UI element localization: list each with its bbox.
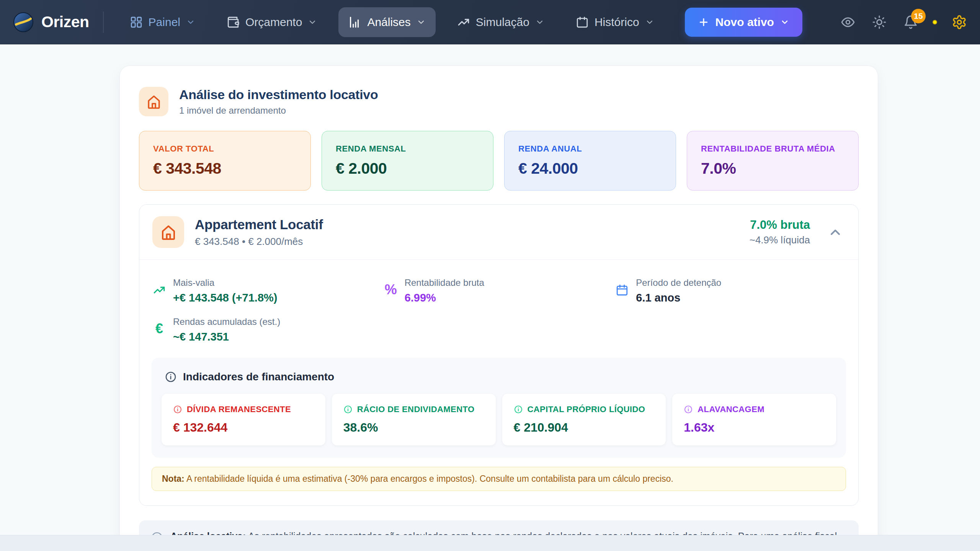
dashboard-icon bbox=[130, 16, 143, 29]
info-icon[interactable] bbox=[165, 371, 177, 383]
notifications-button[interactable]: 15 bbox=[903, 15, 918, 29]
stat-card-renda-anual: RENDA ANUAL € 24.000 bbox=[504, 131, 676, 191]
calendar-icon bbox=[576, 16, 589, 29]
gross-yield: 7.0% bruta bbox=[750, 218, 810, 232]
chevron-down-icon bbox=[308, 18, 317, 27]
top-navbar: Orizen Painel Orçamento bbox=[0, 0, 980, 44]
stat-label: RENTABILIDADE BRUTA MÉDIA bbox=[701, 144, 844, 154]
metric-value: ~€ 147.351 bbox=[173, 331, 280, 343]
metric-mais-valia: Mais-valia +€ 143.548 (+71.8%) bbox=[152, 277, 383, 304]
house-icon bbox=[139, 87, 168, 116]
stat-value: € 2.000 bbox=[336, 160, 479, 178]
financing-value: € 210.904 bbox=[514, 421, 655, 435]
primary-navigation: Painel Orçamento Análises bbox=[120, 7, 664, 37]
page-title: Análise do investimento locativo bbox=[179, 87, 378, 102]
financing-card-divida: DÍVIDA REMANESCENTE € 132.644 bbox=[162, 394, 325, 445]
percent-icon: % bbox=[383, 277, 399, 304]
settings-button[interactable] bbox=[952, 15, 967, 30]
new-asset-button[interactable]: Novo ativo bbox=[685, 8, 802, 37]
note-label: Nota: bbox=[162, 474, 185, 484]
metric-label: Rentabilidade bruta bbox=[405, 277, 484, 288]
brand-name: Orizen bbox=[41, 13, 89, 31]
chevron-up-icon bbox=[828, 225, 843, 240]
nav-item-simulacao[interactable]: Simulação bbox=[447, 7, 554, 37]
financing-value: 1.63x bbox=[684, 421, 825, 435]
info-icon[interactable] bbox=[514, 405, 523, 414]
property-card: Appartement Locatif € 343.548 • € 2.000/… bbox=[139, 204, 859, 506]
info-icon[interactable] bbox=[343, 405, 353, 414]
stat-label: VALOR TOTAL bbox=[153, 144, 297, 154]
financing-card-capital: CAPITAL PRÓPRIO LÍQUIDO € 210.904 bbox=[502, 394, 666, 445]
collapse-button[interactable] bbox=[825, 222, 845, 242]
financing-card-racio: RÁCIO DE ENDIVIDAMENTO 38.6% bbox=[332, 394, 496, 445]
nav-item-painel[interactable]: Painel bbox=[120, 7, 205, 37]
navbar-divider bbox=[103, 11, 104, 33]
net-yield: ~4.9% líquida bbox=[750, 234, 810, 246]
financing-title: Indicadores de financiamento bbox=[183, 371, 334, 383]
footer-strip bbox=[0, 535, 980, 551]
stat-label: RENDA MENSAL bbox=[336, 144, 479, 154]
stat-card-valor-total: VALOR TOTAL € 343.548 bbox=[139, 131, 311, 191]
plus-icon bbox=[698, 16, 709, 28]
stat-card-renda-mensal: RENDA MENSAL € 2.000 bbox=[322, 131, 493, 191]
stat-value: € 24.000 bbox=[518, 160, 662, 178]
info-icon[interactable] bbox=[173, 405, 182, 414]
financing-label: DÍVIDA REMANESCENTE bbox=[187, 404, 291, 414]
stat-value: 7.0% bbox=[701, 160, 844, 178]
nav-item-orcamento[interactable]: Orçamento bbox=[217, 7, 327, 37]
nav-item-analises[interactable]: Análises bbox=[338, 7, 435, 37]
nav-label: Painel bbox=[149, 16, 180, 29]
metric-rendas-acumuladas: € Rendas acumuladas (est.) ~€ 147.351 bbox=[152, 316, 383, 343]
financing-card-alavancagem: ALAVANCAGEM 1.63x bbox=[672, 394, 836, 445]
note-text: A rentabilidade líquida é uma estimativa… bbox=[185, 474, 673, 484]
bar-chart-icon bbox=[348, 16, 361, 29]
house-icon bbox=[152, 216, 184, 248]
nav-label: Orçamento bbox=[245, 16, 302, 29]
rental-analysis-card: Análise do investimento locativo 1 imóve… bbox=[119, 65, 878, 551]
financing-value: € 132.644 bbox=[173, 421, 314, 435]
chevron-down-icon bbox=[780, 18, 789, 27]
calendar-icon bbox=[614, 277, 630, 304]
navbar-utilities: 15 bbox=[841, 15, 967, 30]
stat-label: RENDA ANUAL bbox=[518, 144, 662, 154]
property-header[interactable]: Appartement Locatif € 343.548 • € 2.000/… bbox=[139, 205, 858, 259]
nav-label: Histórico bbox=[595, 16, 639, 29]
property-summary: € 343.548 • € 2.000/mês bbox=[195, 236, 323, 248]
metric-rentabilidade-bruta: % Rentabilidade bruta 6.99% bbox=[383, 277, 615, 304]
theme-toggle-button[interactable] bbox=[872, 15, 887, 29]
privacy-eye-button[interactable] bbox=[841, 15, 855, 29]
stat-value: € 343.548 bbox=[153, 160, 297, 178]
notifications-badge: 15 bbox=[911, 9, 926, 23]
metric-label: Período de detenção bbox=[636, 277, 721, 288]
note-banner: Nota: A rentabilidade líquida é uma esti… bbox=[152, 467, 846, 491]
page-subtitle: 1 imóvel de arrendamento bbox=[179, 105, 378, 116]
metric-label: Mais-valia bbox=[173, 277, 277, 288]
metric-label: Rendas acumuladas (est.) bbox=[173, 316, 280, 327]
financing-section: Indicadores de financiamento DÍVIDA REMA… bbox=[152, 358, 846, 458]
chevron-down-icon bbox=[186, 18, 195, 27]
eye-icon bbox=[841, 15, 855, 29]
summary-stats: VALOR TOTAL € 343.548 RENDA MENSAL € 2.0… bbox=[139, 131, 859, 191]
new-asset-label: Novo ativo bbox=[715, 16, 774, 29]
nav-label: Simulação bbox=[476, 16, 529, 29]
financing-label: RÁCIO DE ENDIVIDAMENTO bbox=[357, 404, 475, 414]
property-name: Appartement Locatif bbox=[195, 217, 323, 232]
metric-value: 6.1 anos bbox=[636, 292, 721, 304]
financing-value: 38.6% bbox=[343, 421, 484, 435]
nav-label: Análises bbox=[367, 16, 410, 29]
trending-up-icon bbox=[457, 16, 470, 29]
stat-card-rentabilidade: RENTABILIDADE BRUTA MÉDIA 7.0% bbox=[687, 131, 859, 191]
chevron-down-icon bbox=[645, 18, 654, 27]
metric-periodo-detencao: Período de detenção 6.1 anos bbox=[614, 277, 846, 304]
property-metrics: Mais-valia +€ 143.548 (+71.8%) % Rentabi… bbox=[152, 277, 846, 343]
euro-icon: € bbox=[152, 316, 167, 343]
sun-icon bbox=[872, 15, 887, 29]
brand-logo[interactable]: Orizen bbox=[13, 12, 89, 33]
gear-icon bbox=[952, 15, 967, 30]
nav-item-historico[interactable]: Histórico bbox=[566, 7, 664, 37]
info-icon[interactable] bbox=[684, 405, 693, 414]
chevron-down-icon bbox=[535, 18, 544, 27]
chevron-down-icon bbox=[416, 18, 426, 27]
financing-label: ALAVANCAGEM bbox=[697, 404, 764, 414]
wallet-icon bbox=[227, 16, 240, 29]
